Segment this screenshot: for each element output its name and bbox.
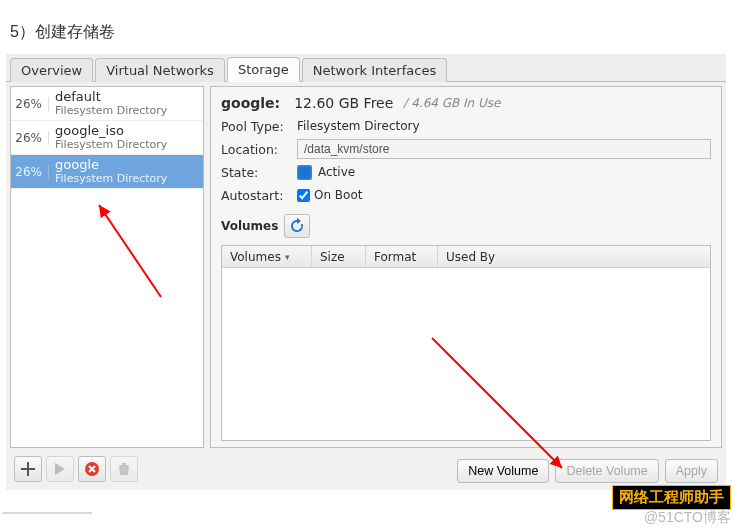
- svg-line-0: [99, 205, 161, 297]
- tabs-bar: Overview Virtual Networks Storage Networ…: [6, 54, 726, 82]
- apply-button[interactable]: Apply: [665, 459, 718, 483]
- pool-title-row: google: 12.60 GB Free / 4.64 GB In Use: [221, 93, 711, 113]
- delete-pool-button[interactable]: [110, 456, 138, 482]
- pool-type-row: Pool Type: Filesystem Directory: [221, 116, 711, 136]
- trash-icon: [117, 462, 131, 476]
- usage-percent: 26%: [15, 165, 49, 179]
- col-size[interactable]: Size: [312, 246, 366, 267]
- state-label: State:: [221, 165, 291, 180]
- col-volumes-label: Volumes: [230, 250, 281, 264]
- col-volumes[interactable]: Volumes ▾: [222, 246, 312, 267]
- pool-subtype: Filesystem Directory: [55, 105, 167, 117]
- plus-icon: [21, 462, 35, 476]
- state-active-icon: [297, 165, 312, 180]
- step-heading: 5）创建存储卷: [10, 22, 115, 43]
- tab-storage[interactable]: Storage: [227, 57, 300, 82]
- sidebar-item-text: google Filesystem Directory: [49, 158, 167, 184]
- tab-overview[interactable]: Overview: [10, 58, 93, 82]
- delete-volume-button[interactable]: Delete Volume: [555, 459, 658, 483]
- autostart-value: On Boot: [314, 188, 363, 202]
- pool-type-label: Pool Type:: [221, 119, 291, 134]
- decorative-rule: [2, 512, 92, 514]
- location-label: Location:: [221, 142, 291, 157]
- pool-name: google_iso: [55, 124, 167, 138]
- watermark-badge: 网络工程师助手: [612, 485, 731, 510]
- volumes-table: Volumes ▾ Size Format Used By: [221, 245, 711, 441]
- volumes-section-label: Volumes: [221, 219, 278, 233]
- pool-toolbar: [6, 452, 146, 486]
- tab-network-interfaces[interactable]: Network Interfaces: [302, 58, 447, 82]
- new-volume-button[interactable]: New Volume: [457, 459, 549, 483]
- tab-virtual-networks[interactable]: Virtual Networks: [95, 58, 225, 82]
- pool-title: google:: [221, 95, 280, 111]
- pool-detail-panel: google: 12.60 GB Free / 4.64 GB In Use P…: [210, 86, 722, 448]
- location-row: Location:: [221, 139, 711, 159]
- autostart-checkbox-wrap[interactable]: On Boot: [297, 188, 363, 202]
- annotation-arrow-sidebar: [91, 197, 171, 307]
- watermark-text: @51CTO博客: [644, 509, 731, 527]
- location-input[interactable]: [297, 139, 711, 159]
- volumes-header: Volumes: [221, 214, 711, 238]
- stop-icon: [84, 461, 100, 477]
- col-usedby[interactable]: Used By: [438, 246, 710, 267]
- svg-line-1: [432, 338, 562, 468]
- state-value: Active: [318, 165, 355, 179]
- pool-subtype: Filesystem Directory: [55, 139, 167, 151]
- sidebar-item-text: google_iso Filesystem Directory: [49, 124, 167, 150]
- pool-free: 12.60 GB Free: [294, 95, 393, 111]
- pool-type-value: Filesystem Directory: [297, 119, 420, 133]
- storage-manager-window: Overview Virtual Networks Storage Networ…: [6, 54, 726, 490]
- pool-name: google: [55, 158, 167, 172]
- refresh-icon: [289, 218, 305, 234]
- start-pool-button[interactable]: [46, 456, 74, 482]
- volumes-table-body[interactable]: [222, 268, 710, 440]
- sidebar-item-google-iso[interactable]: 26% google_iso Filesystem Directory: [11, 121, 203, 155]
- pool-subtype: Filesystem Directory: [55, 173, 167, 185]
- sidebar-item-text: default Filesystem Directory: [49, 90, 167, 116]
- col-format[interactable]: Format: [366, 246, 438, 267]
- sidebar-item-default[interactable]: 26% default Filesystem Directory: [11, 87, 203, 121]
- refresh-volumes-button[interactable]: [284, 214, 310, 238]
- sidebar-item-google[interactable]: 26% google Filesystem Directory: [11, 155, 203, 189]
- pool-inuse: / 4.64 GB In Use: [403, 96, 500, 110]
- add-pool-button[interactable]: [14, 456, 42, 482]
- autostart-label: Autostart:: [221, 188, 291, 203]
- play-icon: [54, 463, 66, 475]
- volumes-table-header: Volumes ▾ Size Format Used By: [222, 246, 710, 268]
- detail-footer: New Volume Delete Volume Apply: [449, 453, 726, 485]
- usage-percent: 26%: [15, 97, 49, 111]
- pool-name: default: [55, 90, 167, 104]
- pool-sidebar: 26% default Filesystem Directory 26% goo…: [10, 86, 204, 448]
- main-body: 26% default Filesystem Directory 26% goo…: [6, 82, 726, 452]
- autostart-checkbox[interactable]: [297, 189, 310, 202]
- sort-indicator-icon: ▾: [285, 252, 290, 262]
- autostart-row: Autostart: On Boot: [221, 185, 711, 205]
- stop-pool-button[interactable]: [78, 456, 106, 482]
- usage-percent: 26%: [15, 131, 49, 145]
- state-row: State: Active: [221, 162, 711, 182]
